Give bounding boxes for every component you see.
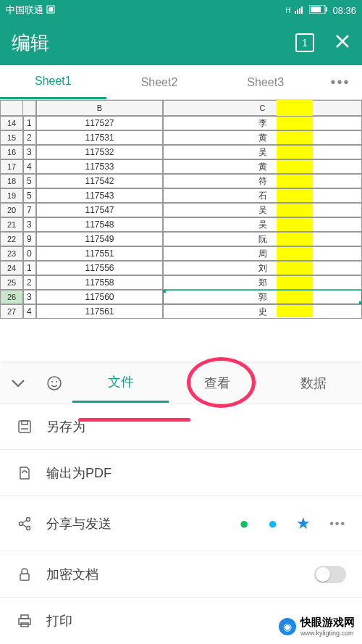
cell[interactable]: 2	[23, 275, 36, 290]
cell[interactable]: 117527	[36, 116, 163, 130]
sheet-tab-2[interactable]: Sheet2	[106, 65, 213, 99]
row-header[interactable]: 18	[0, 174, 23, 188]
tool-tab-view[interactable]: 查看	[169, 363, 265, 403]
cell[interactable]: 5	[23, 188, 36, 203]
row-header[interactable]: 23	[0, 246, 23, 261]
cell[interactable]: 117543	[36, 188, 163, 203]
select-all-cell[interactable]	[0, 100, 23, 116]
cell[interactable]: 阮	[163, 232, 362, 246]
menu-save-as[interactable]: 另存为	[0, 403, 362, 450]
row-header[interactable]: 20	[0, 203, 23, 217]
sheet-tab-3[interactable]: Sheet3	[212, 65, 319, 99]
cell[interactable]: 黄	[163, 159, 362, 174]
menu-encrypt[interactable]: 加密文档	[0, 551, 362, 598]
row-header[interactable]: 17	[0, 159, 23, 174]
table-row[interactable]: 22 9 117549 阮	[0, 232, 362, 246]
cell[interactable]: 0	[23, 246, 36, 261]
cell[interactable]: 117558	[36, 275, 163, 290]
row-header[interactable]: 16	[0, 145, 23, 159]
cell[interactable]: 117547	[36, 203, 163, 217]
cell[interactable]: 117531	[36, 130, 163, 145]
cell[interactable]: 117551	[36, 246, 163, 261]
cell[interactable]: 吴	[163, 217, 362, 232]
cell[interactable]: 刘	[163, 261, 362, 275]
col-header-a[interactable]	[23, 100, 36, 116]
encrypt-toggle[interactable]	[314, 566, 346, 583]
row-header[interactable]: 19	[0, 188, 23, 203]
sheet-more-button[interactable]: •••	[319, 65, 362, 99]
menu-export-pdf[interactable]: 输出为PDF	[0, 450, 362, 496]
col-header-b[interactable]: B	[36, 100, 163, 116]
star-icon[interactable]: ★	[296, 514, 311, 533]
spreadsheet-grid[interactable]: B C 14 1 117527 李 15 2 117531 黄 16 3 117…	[0, 100, 362, 319]
table-row[interactable]: 16 3 117532 吴	[0, 145, 362, 159]
table-row[interactable]: 14 1 117527 李	[0, 116, 362, 130]
cell[interactable]: 117548	[36, 217, 163, 232]
svg-point-15	[27, 526, 30, 530]
cell[interactable]: 1	[23, 261, 36, 275]
row-header[interactable]: 21	[0, 217, 23, 232]
cell[interactable]: 吴	[163, 145, 362, 159]
tool-tab-file[interactable]: 文件	[72, 363, 169, 403]
table-row[interactable]: 20 7 117547 吴	[0, 203, 362, 217]
table-row[interactable]: 23 0 117551 周	[0, 246, 362, 261]
cell[interactable]: 石	[163, 188, 362, 203]
menu-share[interactable]: 分享与发送 ● ● ★ •••	[0, 496, 362, 551]
cell[interactable]: 史	[163, 304, 362, 319]
cell[interactable]: 3	[23, 145, 36, 159]
cell[interactable]: 2	[23, 130, 36, 145]
cell[interactable]: 周	[163, 246, 362, 261]
table-row[interactable]: 17 4 117533 黄	[0, 159, 362, 174]
cell[interactable]: 符	[163, 174, 362, 188]
table-row[interactable]: 21 3 117548 吴	[0, 217, 362, 232]
menu-label: 输出为PDF	[46, 464, 346, 482]
collapse-button[interactable]	[0, 379, 36, 388]
row-header[interactable]: 26	[0, 290, 23, 304]
cell[interactable]: 117533	[36, 159, 163, 174]
cell[interactable]: 郑	[163, 275, 362, 290]
menu-label: 加密文档	[46, 566, 301, 583]
cell[interactable]: 117561	[36, 304, 163, 319]
cell[interactable]: 117556	[36, 261, 163, 275]
close-button[interactable]	[334, 33, 350, 52]
table-row[interactable]: 15 2 117531 黄	[0, 130, 362, 145]
table-row[interactable]: 18 5 117542 符	[0, 174, 362, 188]
cell[interactable]: 李	[163, 116, 362, 130]
lock-icon	[16, 566, 33, 582]
tool-tab-data[interactable]: 数据	[266, 363, 362, 403]
row-header[interactable]: 22	[0, 232, 23, 246]
col-header-c[interactable]: C	[163, 100, 362, 116]
cell[interactable]: 117549	[36, 232, 163, 246]
wechat-icon[interactable]: ●	[240, 514, 249, 533]
ai-assistant-button[interactable]	[36, 375, 72, 392]
table-row[interactable]: 25 2 117558 郑	[0, 275, 362, 290]
more-share-button[interactable]: •••	[329, 517, 346, 530]
cell[interactable]: 4	[23, 159, 36, 174]
cell[interactable]: 117560	[36, 290, 163, 304]
table-row[interactable]: 26 3 117560 郭	[0, 290, 362, 304]
sheet-tab-1[interactable]: Sheet1	[0, 65, 106, 99]
cell[interactable]: 5	[23, 174, 36, 188]
tab-count-button[interactable]: 1	[295, 33, 314, 52]
row-header[interactable]: 14	[0, 116, 23, 130]
qq-icon[interactable]: ●	[268, 514, 277, 533]
table-row[interactable]: 27 4 117561 史	[0, 304, 362, 319]
cell[interactable]: 9	[23, 232, 36, 246]
cell[interactable]: 黄	[163, 130, 362, 145]
cell[interactable]: 4	[23, 304, 36, 319]
watermark: ◉ 快眼游戏网 www.kyligting.com	[279, 616, 355, 637]
row-header[interactable]: 27	[0, 304, 23, 319]
cell[interactable]: 117542	[36, 174, 163, 188]
cell[interactable]: 郭	[163, 290, 362, 304]
row-header[interactable]: 24	[0, 261, 23, 275]
row-header[interactable]: 25	[0, 275, 23, 290]
cell[interactable]: 3	[23, 290, 36, 304]
cell[interactable]: 1	[23, 116, 36, 130]
table-row[interactable]: 19 5 117543 石	[0, 188, 362, 203]
cell[interactable]: 7	[23, 203, 36, 217]
row-header[interactable]: 15	[0, 130, 23, 145]
cell[interactable]: 117532	[36, 145, 163, 159]
cell[interactable]: 吴	[163, 203, 362, 217]
cell[interactable]: 3	[23, 217, 36, 232]
table-row[interactable]: 24 1 117556 刘	[0, 261, 362, 275]
